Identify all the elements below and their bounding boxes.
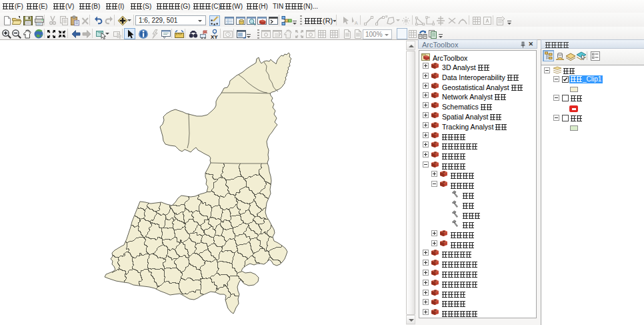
svg-text:A: A — [355, 21, 358, 25]
svg-text:XY: XY — [211, 34, 218, 40]
